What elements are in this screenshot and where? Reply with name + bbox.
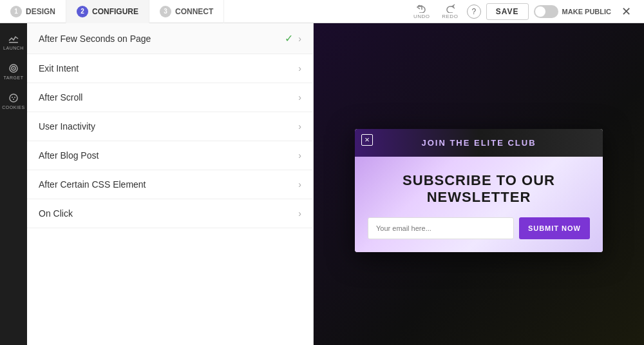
save-button[interactable]: SAVE [486, 3, 529, 20]
config-item-after-scroll[interactable]: After Scroll › [27, 83, 313, 112]
svg-point-3 [13, 68, 14, 69]
config-arrow-after-blog-post: › [298, 150, 301, 161]
sidebar-launch-label: LAUNCH [3, 46, 24, 50]
make-public-toggle-wrap: MAKE PUBLIC [534, 5, 611, 18]
redo-button[interactable]: REDO [439, 3, 462, 21]
popup-form: SUBMIT NOW [368, 217, 590, 239]
config-item-label-exit-intent: Exit Intent [39, 63, 79, 74]
config-arrow-after-scroll: › [298, 92, 301, 103]
config-item-label-after-few-seconds: After Few Seconds on Page [39, 34, 151, 44]
sidebar-cookies-label: COOKIES [2, 105, 24, 110]
svg-point-5 [12, 97, 13, 98]
svg-rect-0 [9, 42, 18, 43]
popup-title: SUBSCRIBE TO OUR NEWSLETTER [368, 172, 590, 206]
preview-area: × JOIN THE ELITE CLUB SUBSCRIBE TO OUR N… [314, 23, 644, 345]
config-item-label-on-click: On Click [39, 208, 73, 219]
config-item-exit-intent[interactable]: Exit Intent › [27, 54, 313, 83]
step-configure-label: CONFIGURE [92, 7, 138, 16]
svg-point-4 [10, 94, 17, 102]
undo-button[interactable]: UNDO [410, 3, 433, 21]
config-item-after-few-seconds[interactable]: After Few Seconds on Page ✓ › [27, 23, 313, 54]
svg-point-7 [13, 99, 14, 100]
config-item-label-user-inactivity: User Inactivity [39, 121, 95, 132]
icon-sidebar: LAUNCH TARGET COOKIES [0, 23, 27, 345]
step-design[interactable]: 1 DESIGN [0, 0, 66, 23]
popup-body: SUBSCRIBE TO OUR NEWSLETTER SUBMIT NOW [355, 157, 603, 253]
main-layout: LAUNCH TARGET COOKIES After Few Seconds … [0, 23, 644, 345]
popup-title-line1: SUBSCRIBE TO OUR [402, 172, 555, 188]
config-arrow-on-click: › [298, 208, 301, 219]
config-item-left-after-few-seconds: After Few Seconds on Page [39, 34, 151, 44]
step-configure-number: 2 [77, 6, 88, 17]
config-item-on-click[interactable]: On Click › [27, 199, 313, 228]
popup-title-line2: NEWSLETTER [427, 189, 531, 205]
top-bar: 1 DESIGN 2 CONFIGURE 3 CONNECT UNDO RED [0, 0, 644, 23]
config-check-after-few-seconds: ✓ [285, 32, 293, 44]
step-connect[interactable]: 3 CONNECT [149, 0, 224, 23]
step-connect-label: CONNECT [175, 7, 213, 16]
step-design-label: DESIGN [26, 7, 55, 16]
config-item-user-inactivity[interactable]: User Inactivity › [27, 112, 313, 141]
config-arrow-user-inactivity: › [298, 121, 301, 132]
popup-close-icon: × [365, 135, 370, 144]
popup-email-input[interactable] [368, 217, 514, 239]
svg-point-6 [14, 97, 15, 98]
sidebar-target-label: TARGET [4, 75, 24, 80]
popup-header-bar: × JOIN THE ELITE CLUB [355, 129, 603, 157]
config-item-after-blog-post[interactable]: After Blog Post › [27, 141, 313, 170]
close-button[interactable]: ✕ [616, 5, 636, 19]
make-public-label: MAKE PUBLIC [562, 8, 611, 15]
configure-panel: After Few Seconds on Page ✓ › Exit Inten… [27, 23, 314, 345]
popup-modal: × JOIN THE ELITE CLUB SUBSCRIBE TO OUR N… [355, 129, 603, 253]
config-item-label-after-blog-post: After Blog Post [39, 150, 99, 161]
config-item-label-after-certain-css: After Certain CSS Element [39, 179, 146, 190]
config-arrow-after-certain-css: › [298, 179, 301, 190]
config-arrow-after-few-seconds: › [298, 34, 301, 44]
config-item-label-after-scroll: After Scroll [39, 92, 82, 103]
popup-header-text: JOIN THE ELITE CLUB [365, 138, 592, 148]
sidebar-item-cookies[interactable]: COOKIES [0, 88, 27, 115]
sidebar-item-target[interactable]: TARGET [0, 58, 27, 85]
redo-label: REDO [442, 14, 458, 19]
help-label: ? [471, 7, 476, 16]
popup-close-button[interactable]: × [361, 134, 373, 146]
undo-label: UNDO [413, 14, 430, 19]
step-design-number: 1 [10, 6, 22, 17]
config-item-after-certain-css[interactable]: After Certain CSS Element › [27, 170, 313, 199]
config-arrow-exit-intent: › [298, 63, 301, 74]
popup-submit-button[interactable]: SUBMIT NOW [519, 217, 590, 239]
sidebar-item-launch[interactable]: LAUNCH [0, 28, 27, 55]
step-configure[interactable]: 2 CONFIGURE [66, 0, 149, 23]
step-connect-number: 3 [160, 6, 171, 17]
top-bar-actions: UNDO REDO ? SAVE MAKE PUBLIC ✕ [402, 3, 644, 21]
top-bar-steps: 1 DESIGN 2 CONFIGURE 3 CONNECT [0, 0, 402, 23]
make-public-toggle[interactable] [534, 5, 558, 18]
help-button[interactable]: ? [467, 5, 481, 19]
